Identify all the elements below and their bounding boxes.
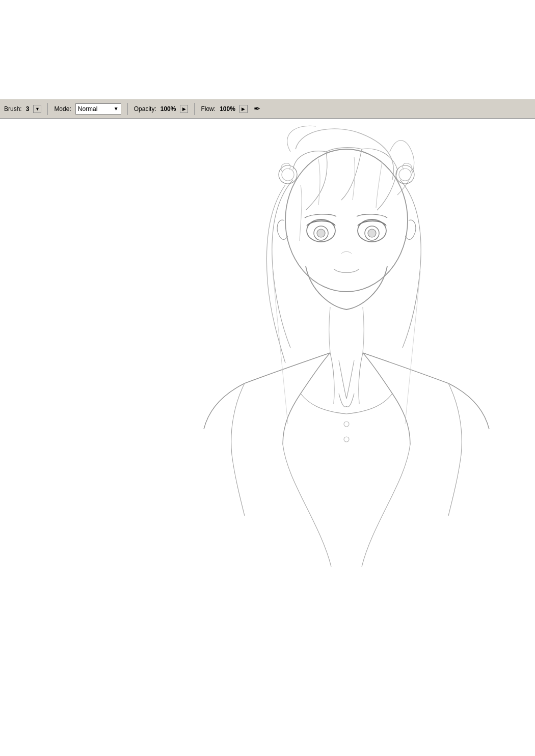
opacity-value: 100% xyxy=(160,105,176,113)
anime-sketch xyxy=(194,119,535,756)
mode-value: Normal xyxy=(78,105,98,113)
mode-arrow-icon: ▼ xyxy=(114,106,119,111)
toolbar: Brush: 3 ▼ Mode: Normal ▼ Opacity: 100% … xyxy=(0,99,535,119)
svg-point-11 xyxy=(344,422,349,427)
svg-point-10 xyxy=(368,229,376,237)
separator-1 xyxy=(47,103,48,115)
svg-point-12 xyxy=(344,437,349,442)
airbrush-icon: ✒ xyxy=(254,104,260,114)
brush-label: Brush: xyxy=(4,105,22,113)
flow-value: 100% xyxy=(220,105,235,113)
svg-point-4 xyxy=(399,169,411,181)
brush-dropdown-button[interactable]: ▼ xyxy=(33,105,41,113)
canvas-area[interactable] xyxy=(0,119,535,756)
flow-label: Flow: xyxy=(201,105,216,113)
svg-point-2 xyxy=(282,169,294,181)
flow-increase-button[interactable]: ▶ xyxy=(239,105,248,113)
svg-point-0 xyxy=(285,149,408,292)
mode-label: Mode: xyxy=(54,105,71,113)
opacity-label: Opacity: xyxy=(134,105,156,113)
mode-select[interactable]: Normal ▼ xyxy=(75,103,121,115)
brush-value: 3 xyxy=(26,105,30,113)
svg-point-7 xyxy=(317,229,325,237)
separator-2 xyxy=(127,103,128,115)
opacity-increase-button[interactable]: ▶ xyxy=(180,105,188,113)
separator-3 xyxy=(194,103,195,115)
